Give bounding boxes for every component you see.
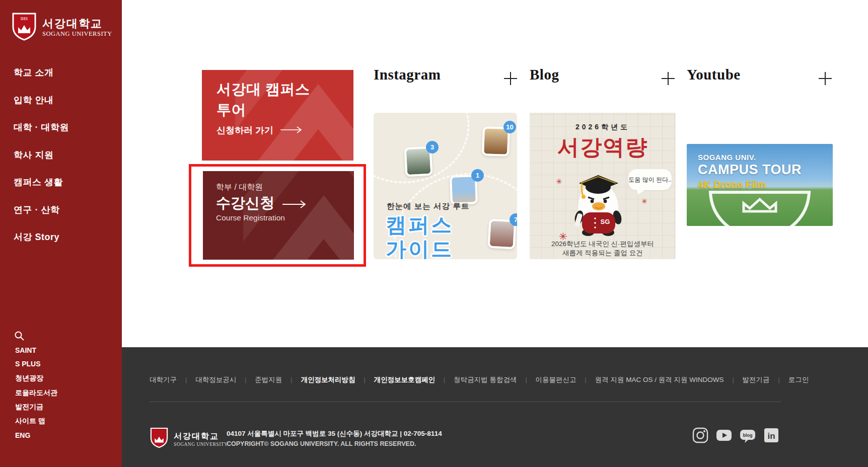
- footer: 대학기구| 대학정보공시| 준법지원| 개인정보처리방침| 개인정보보호캠페인|…: [122, 347, 868, 467]
- sidebar-item-saint[interactable]: SAINT: [15, 346, 36, 354]
- youtube-heading: Youtube: [687, 66, 741, 83]
- footer-link-complaint[interactable]: 이용불편신고: [536, 375, 576, 384]
- sidebar-item-youth-plaza[interactable]: 청년광장: [15, 374, 43, 383]
- divider: |: [291, 376, 292, 383]
- youtube-plus-icon[interactable]: [819, 72, 832, 85]
- instagram-card-caption: 한눈에 보는 서강 루트: [387, 201, 469, 212]
- youtube-thumbnail-card[interactable]: SOGANG UNIV. CAMPUS TOUR 4K Drone Film: [687, 144, 833, 226]
- footer-divider: [150, 402, 781, 402]
- sidebar-item-campus-life[interactable]: 캠퍼스 생활: [14, 176, 63, 188]
- sidebar-item-development-fund[interactable]: 발전기금: [15, 403, 43, 412]
- footer-link-login[interactable]: 로그인: [788, 375, 809, 384]
- footer-logo-english: SOGANG UNIVERSITY: [174, 442, 228, 447]
- svg-text:SG: SG: [601, 218, 610, 225]
- youtube-thumb-line3: 4K Drone Film: [698, 179, 766, 191]
- sidebar-item-story[interactable]: 서강 Story: [14, 231, 59, 243]
- campus-guide-title: 가이드: [386, 236, 454, 259]
- sidebar-item-eng[interactable]: ENG: [15, 431, 30, 439]
- blog-post-card[interactable]: 2026학년도 서강역량 ✳ ✳ ✳ 도움 많이 된다.. SG: [530, 113, 676, 259]
- sidebar-item-loyola-library[interactable]: 로욜라도서관: [15, 388, 57, 398]
- duck-mascot: SG: [569, 163, 629, 241]
- speech-bubble: 도움 많이 된다..: [628, 169, 672, 190]
- route-badge: 1: [471, 169, 484, 182]
- sidebar: IHS 서강대학교 SOGANG UNIVERSITY 학교 소개 입학 안내 …: [0, 0, 122, 467]
- svg-text:blog: blog: [743, 433, 753, 438]
- svg-text:IHS: IHS: [21, 16, 28, 21]
- divider: |: [444, 376, 445, 383]
- divider: |: [185, 376, 187, 383]
- footer-logo-korean: 서강대학교: [174, 431, 228, 442]
- instagram-plus-icon[interactable]: [504, 72, 517, 85]
- logo-english-text: SOGANG UNIVERSITY: [42, 30, 112, 38]
- divider: |: [732, 376, 734, 383]
- blog-card-bottom-text: 2026학년도 내국인 신·편입생부터: [530, 240, 676, 249]
- blog-card-year: 2026학년도: [530, 123, 676, 132]
- sidebar-item-splus[interactable]: S PLUS: [15, 360, 41, 368]
- footer-copyright: COPYRIGHT© SOGANG UNIVERSITY. ALL RIGHTS…: [227, 440, 416, 447]
- logo-korean-text: 서강대학교: [42, 18, 112, 30]
- footer-links: 대학기구| 대학정보공시| 준법지원| 개인정보처리방침| 개인정보보호캠페인|…: [150, 375, 809, 384]
- university-shield-icon: IHS: [11, 12, 37, 43]
- divider: |: [585, 376, 587, 383]
- arrow-right-icon: [282, 195, 307, 212]
- instagram-post-card[interactable]: 3 10 1 7 한눈에 보는 서강 루트 캠퍼스 가이드: [374, 113, 517, 259]
- linkedin-icon[interactable]: in: [763, 427, 780, 444]
- instagram-icon[interactable]: [692, 427, 709, 444]
- divider: |: [525, 376, 527, 383]
- divider: |: [778, 376, 780, 383]
- footer-link-info-disclosure[interactable]: 대학정보공시: [195, 375, 236, 384]
- instagram-heading: Instagram: [374, 66, 441, 83]
- footer-link-remote-support[interactable]: 원격 지원 MAC OS / 원격 지원 WINDOWS: [595, 375, 724, 384]
- divider: |: [245, 376, 246, 383]
- tour-card-title: 서강대 캠퍼스 투어: [216, 79, 310, 120]
- youtube-thumb-line2: CAMPUS TOUR: [698, 162, 802, 178]
- course-card-subtitle: 학부 / 대학원: [216, 182, 263, 193]
- route-badge: 3: [426, 141, 439, 153]
- divider: |: [364, 376, 365, 383]
- tour-apply-link[interactable]: 신청하러 가기: [216, 124, 303, 136]
- footer-link-anti-graft-search[interactable]: 청탁금지법 통합검색: [454, 375, 517, 384]
- asterisk-decoration: ✳: [641, 197, 647, 205]
- footer-link-privacy-policy[interactable]: 개인정보처리방침: [301, 375, 355, 384]
- campus-tour-card[interactable]: 서강대 캠퍼스 투어 신청하러 가기: [202, 70, 353, 161]
- blog-card-title: 서강역량: [530, 133, 676, 162]
- course-card-title: 수강신청: [216, 193, 307, 213]
- route-badge: 10: [503, 121, 516, 133]
- sidebar-item-admissions[interactable]: 입학 안내: [14, 94, 54, 106]
- footer-social-icons: blog in: [692, 427, 780, 444]
- youtube-thumb-line1: SOGANG UNIV.: [698, 153, 756, 162]
- search-icon[interactable]: [14, 331, 24, 341]
- sidebar-item-academics[interactable]: 학사 지원: [14, 149, 54, 161]
- highlight-box: 학부 / 대학원 수강신청 Course Registration: [189, 164, 366, 267]
- footer-link-development-fund[interactable]: 발전기금: [743, 375, 770, 384]
- field-shield-decoration: [704, 188, 815, 226]
- sidebar-item-colleges[interactable]: 대학 · 대학원: [14, 121, 69, 133]
- sidebar-item-about[interactable]: 학교 소개: [14, 66, 54, 79]
- course-card-caption: Course Registration: [216, 213, 285, 222]
- course-registration-card[interactable]: 학부 / 대학원 수강신청 Course Registration: [203, 171, 354, 260]
- university-shield-icon: [150, 427, 169, 451]
- sidebar-item-sitemap[interactable]: 사이트 맵: [15, 417, 45, 426]
- footer-link-compliance[interactable]: 준법지원: [255, 375, 282, 384]
- blog-card-bottom-text: 새롭게 적용되는 졸업 요건: [530, 249, 676, 258]
- sidebar-item-research[interactable]: 연구 · 산학: [14, 204, 60, 216]
- youtube-icon[interactable]: [715, 427, 733, 444]
- blog-heading: Blog: [530, 66, 559, 83]
- arrow-right-icon: [280, 125, 303, 136]
- blog-icon[interactable]: blog: [739, 427, 756, 444]
- svg-text:in: in: [767, 431, 775, 441]
- footer-link-privacy-campaign[interactable]: 개인정보보호캠페인: [374, 375, 436, 384]
- university-logo[interactable]: IHS 서강대학교 SOGANG UNIVERSITY: [11, 12, 112, 43]
- footer-link-organization[interactable]: 대학기구: [150, 375, 177, 384]
- campus-guide-title: 캠퍼스: [386, 211, 454, 239]
- blog-plus-icon[interactable]: [662, 72, 675, 85]
- asterisk-decoration: ✳: [556, 177, 562, 186]
- footer-address: 04107 서울특별시 마포구 백범로 35 (신수동) 서강대학교 | 02-…: [227, 429, 442, 438]
- footer-logo[interactable]: 서강대학교 SOGANG UNIVERSITY: [150, 427, 228, 451]
